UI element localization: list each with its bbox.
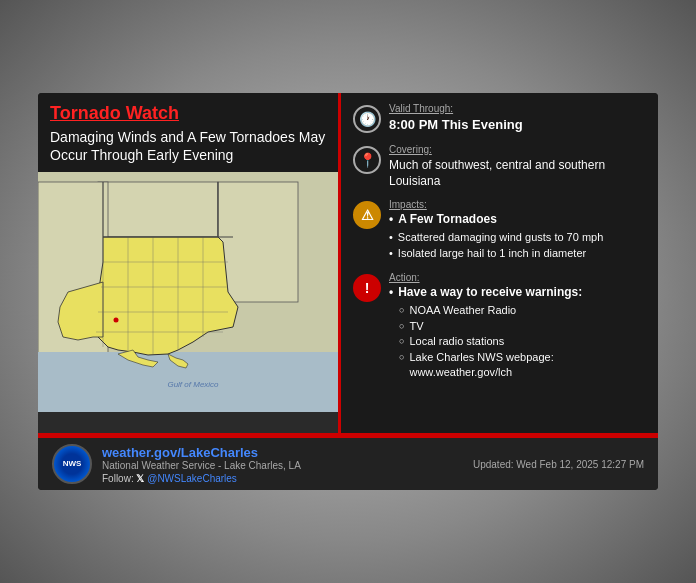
impacts-list: A Few Tornadoes Scattered damaging wind … <box>389 212 646 260</box>
alert-subtitle: Damaging Winds and A Few Tornadoes May O… <box>50 128 326 164</box>
nws-logo: NWS <box>52 444 92 484</box>
action-sub-item-1: NOAA Weather Radio <box>399 303 646 318</box>
footer-follow-line: Follow: 𝕏 @NWSLakeCharles <box>102 473 301 484</box>
covering-label: Covering: <box>389 144 646 155</box>
covering-content: Covering: Much of southwest, central and… <box>389 144 646 189</box>
svg-rect-1 <box>98 182 218 237</box>
action-content: Action: Have a way to receive warnings: … <box>389 272 646 381</box>
left-panel: Tornado Watch Damaging Winds and A Few T… <box>38 93 338 433</box>
impact-item-2: Scattered damaging wind gusts to 70 mph <box>389 230 646 244</box>
valid-through-content: Valid Through: 8:00 PM This Evening <box>389 103 646 134</box>
action-sub-list: NOAA Weather Radio TV Local radio statio… <box>389 303 646 380</box>
footer-left: NWS weather.gov/LakeCharles National Wea… <box>52 444 301 484</box>
impacts-row: ⚠ Impacts: A Few Tornadoes Scattered dam… <box>353 199 646 262</box>
impacts-label: Impacts: <box>389 199 646 210</box>
action-sub-item-3: Local radio stations <box>399 334 646 349</box>
svg-text:Gulf of Mexico: Gulf of Mexico <box>167 380 219 389</box>
alert-header: Tornado Watch Damaging Winds and A Few T… <box>38 93 338 172</box>
location-icon-circle: 📍 <box>353 146 381 174</box>
follow-label: Follow: <box>102 473 134 484</box>
lake-charles-marker <box>114 318 119 323</box>
footer-nws-label: National Weather Service - Lake Charles,… <box>102 460 301 471</box>
covering-row: 📍 Covering: Much of southwest, central a… <box>353 144 646 189</box>
action-icon-circle: ! <box>353 274 381 302</box>
action-sub-item-2: TV <box>399 319 646 334</box>
action-icon: ! <box>365 281 370 295</box>
right-panel: 🕐 Valid Through: 8:00 PM This Evening 📍 … <box>338 93 658 433</box>
footer-updated: Updated: Wed Feb 12, 2025 12:27 PM <box>473 459 644 470</box>
svg-rect-2 <box>218 182 298 302</box>
twitter-handle: @NWSLakeCharles <box>147 473 237 484</box>
location-icon: 📍 <box>359 153 376 167</box>
warning-icon: ⚠ <box>361 208 374 222</box>
map-container: Gulf of Mexico <box>38 172 338 412</box>
impacts-content: Impacts: A Few Tornadoes Scattered damag… <box>389 199 646 262</box>
valid-through-label: Valid Through: <box>389 103 646 114</box>
impact-item-3: Isolated large hail to 1 inch in diamete… <box>389 246 646 260</box>
valid-through-row: 🕐 Valid Through: 8:00 PM This Evening <box>353 103 646 134</box>
clock-icon: 🕐 <box>359 112 376 126</box>
card-body: Tornado Watch Damaging Winds and A Few T… <box>38 93 658 433</box>
footer: NWS weather.gov/LakeCharles National Wea… <box>38 438 658 490</box>
action-sub-item-4: Lake Charles NWS webpage: www.weather.go… <box>399 350 646 380</box>
action-header-item: Have a way to receive warnings: <box>389 285 646 301</box>
map-svg: Gulf of Mexico <box>38 172 338 412</box>
valid-through-value: 8:00 PM This Evening <box>389 116 646 134</box>
alert-type-label: Tornado Watch <box>50 103 326 124</box>
footer-website: weather.gov/LakeCharles <box>102 445 301 460</box>
covering-value: Much of southwest, central and southern … <box>389 157 646 189</box>
clock-icon-circle: 🕐 <box>353 105 381 133</box>
warning-icon-circle: ⚠ <box>353 201 381 229</box>
nws-logo-text: NWS <box>63 460 82 469</box>
footer-text-block: weather.gov/LakeCharles National Weather… <box>102 445 301 484</box>
impact-item-1: A Few Tornadoes <box>389 212 646 228</box>
action-list: Have a way to receive warnings: <box>389 285 646 301</box>
alert-card: Tornado Watch Damaging Winds and A Few T… <box>38 93 658 490</box>
action-row: ! Action: Have a way to receive warnings… <box>353 272 646 381</box>
x-icon: 𝕏 <box>136 473 147 484</box>
action-label: Action: <box>389 272 646 283</box>
